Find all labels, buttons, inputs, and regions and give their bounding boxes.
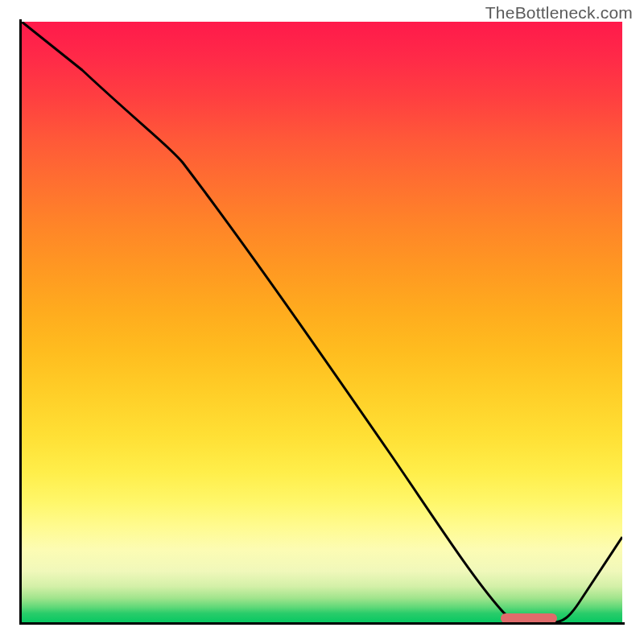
y-axis-line (19, 19, 22, 625)
chart-plot-area (22, 22, 622, 622)
chart-curve-svg (22, 22, 622, 622)
x-axis-line (19, 622, 625, 625)
bottleneck-curve-path (22, 22, 622, 622)
watermark-text: TheBottleneck.com (485, 3, 633, 23)
